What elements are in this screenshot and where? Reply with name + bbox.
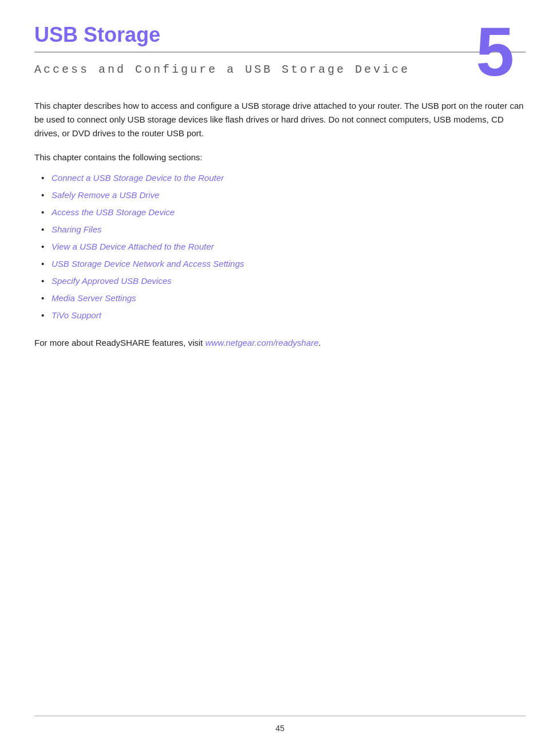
header-section: 5 USB Storage Access and Configure a USB… (34, 23, 526, 76)
page-number: 45 (275, 724, 285, 733)
list-item: Media Server Settings (52, 291, 526, 305)
toc-link-connect-usb[interactable]: Connect a USB Storage Device to the Rout… (52, 173, 224, 183)
footer-paragraph: For more about ReadySHARE features, visi… (34, 336, 526, 350)
page-footer: 45 (0, 716, 560, 733)
chapter-number: 5 (476, 17, 514, 86)
toc-link-access-usb[interactable]: Access the USB Storage Device (52, 207, 175, 217)
footer-text-before: For more about ReadySHARE features, visi… (34, 338, 205, 348)
readyshare-link[interactable]: www.netgear.com/readyshare (205, 338, 318, 348)
page-container: 5 USB Storage Access and Configure a USB… (0, 0, 560, 384)
sections-intro: This chapter contains the following sect… (34, 151, 526, 164)
footer-text-after: . (318, 338, 321, 348)
list-item: View a USB Device Attached to the Router (52, 240, 526, 254)
list-item: Specify Approved USB Devices (52, 274, 526, 288)
list-item: TiVo Support (52, 309, 526, 322)
chapter-title: USB Storage (34, 23, 526, 47)
footer-rule (34, 716, 526, 716)
toc-link-approved-devices[interactable]: Specify Approved USB Devices (52, 276, 172, 286)
list-item: Safely Remove a USB Drive (52, 188, 526, 202)
toc-link-network-settings[interactable]: USB Storage Device Network and Access Se… (52, 259, 244, 269)
toc-link-safely-remove[interactable]: Safely Remove a USB Drive (52, 190, 159, 200)
title-underline (34, 52, 526, 53)
list-item: Access the USB Storage Device (52, 206, 526, 219)
list-item: Connect a USB Storage Device to the Rout… (52, 171, 526, 185)
chapter-subtitle: Access and Configure a USB Storage Devic… (34, 63, 526, 76)
toc-link-tivo[interactable]: TiVo Support (52, 310, 101, 320)
toc-link-media-server[interactable]: Media Server Settings (52, 293, 136, 303)
list-item: USB Storage Device Network and Access Se… (52, 257, 526, 271)
list-item: Sharing Files (52, 223, 526, 236)
toc-list: Connect a USB Storage Device to the Rout… (52, 171, 526, 322)
toc-link-sharing-files[interactable]: Sharing Files (52, 224, 102, 234)
toc-link-view-usb[interactable]: View a USB Device Attached to the Router (52, 242, 214, 251)
intro-paragraph1: This chapter describes how to access and… (34, 99, 526, 140)
